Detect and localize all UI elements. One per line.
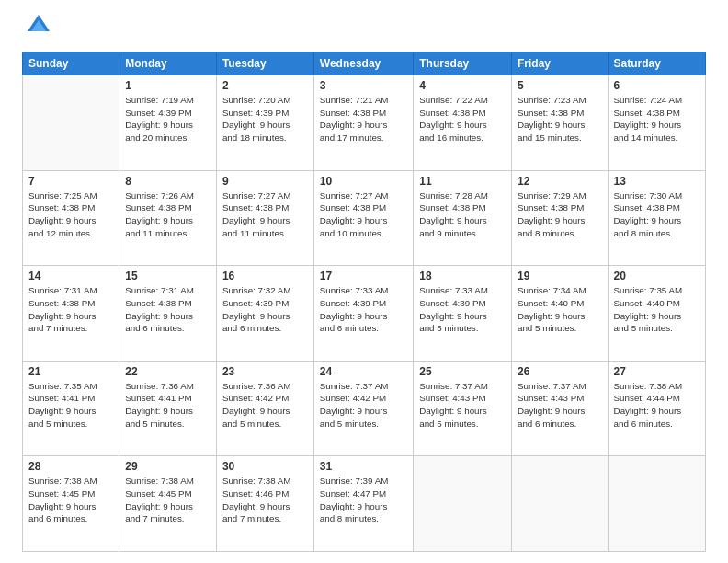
- day-info: Sunrise: 7:19 AM Sunset: 4:39 PM Dayligh…: [125, 94, 210, 144]
- day-number: 8: [125, 175, 210, 188]
- day-number: 3: [320, 79, 407, 92]
- day-number: 11: [419, 175, 506, 188]
- calendar-cell: 2Sunrise: 7:20 AM Sunset: 4:39 PM Daylig…: [216, 75, 313, 171]
- day-info: Sunrise: 7:31 AM Sunset: 4:38 PM Dayligh…: [125, 284, 210, 335]
- day-info: Sunrise: 7:36 AM Sunset: 4:41 PM Dayligh…: [125, 380, 210, 431]
- day-info: Sunrise: 7:30 AM Sunset: 4:38 PM Dayligh…: [614, 190, 700, 240]
- day-info: Sunrise: 7:23 AM Sunset: 4:38 PM Dayligh…: [518, 94, 602, 144]
- day-info: Sunrise: 7:38 AM Sunset: 4:46 PM Dayligh…: [222, 475, 308, 525]
- calendar-cell: [608, 456, 705, 552]
- day-info: Sunrise: 7:39 AM Sunset: 4:47 PM Dayligh…: [320, 475, 407, 525]
- calendar-cell: 26Sunrise: 7:37 AM Sunset: 4:43 PM Dayli…: [511, 361, 608, 456]
- day-info: Sunrise: 7:35 AM Sunset: 4:41 PM Dayligh…: [28, 380, 113, 431]
- calendar-cell: 31Sunrise: 7:39 AM Sunset: 4:47 PM Dayli…: [313, 456, 413, 552]
- day-info: Sunrise: 7:38 AM Sunset: 4:45 PM Dayligh…: [28, 475, 113, 525]
- day-info: Sunrise: 7:24 AM Sunset: 4:38 PM Dayligh…: [614, 94, 700, 144]
- day-number: 25: [419, 365, 506, 378]
- day-info: Sunrise: 7:37 AM Sunset: 4:42 PM Dayligh…: [320, 380, 407, 431]
- weekday-header: Monday: [119, 52, 217, 75]
- weekday-header-row: SundayMondayTuesdayWednesdayThursdayFrid…: [23, 52, 706, 75]
- calendar-cell: 19Sunrise: 7:34 AM Sunset: 4:40 PM Dayli…: [511, 266, 608, 362]
- week-row: 28Sunrise: 7:38 AM Sunset: 4:45 PM Dayli…: [23, 456, 706, 552]
- day-number: 9: [222, 175, 308, 188]
- calendar-cell: 22Sunrise: 7:36 AM Sunset: 4:41 PM Dayli…: [119, 361, 217, 456]
- day-number: 30: [222, 460, 308, 473]
- logo: [22, 17, 51, 42]
- day-info: Sunrise: 7:33 AM Sunset: 4:39 PM Dayligh…: [320, 284, 407, 335]
- header: [22, 17, 706, 42]
- day-number: 16: [222, 270, 308, 282]
- day-number: 29: [125, 460, 210, 473]
- day-number: 12: [518, 175, 602, 188]
- calendar-cell: 28Sunrise: 7:38 AM Sunset: 4:45 PM Dayli…: [23, 456, 119, 552]
- day-info: Sunrise: 7:20 AM Sunset: 4:39 PM Dayligh…: [222, 94, 308, 144]
- day-number: 17: [320, 270, 407, 282]
- calendar-cell: 9Sunrise: 7:27 AM Sunset: 4:38 PM Daylig…: [216, 170, 313, 266]
- day-number: 15: [125, 270, 210, 282]
- day-number: 28: [28, 460, 113, 473]
- day-number: 27: [614, 365, 700, 378]
- calendar-cell: 16Sunrise: 7:32 AM Sunset: 4:39 PM Dayli…: [216, 266, 313, 362]
- day-number: 18: [419, 270, 506, 282]
- day-number: 6: [614, 79, 700, 92]
- day-number: 23: [222, 365, 308, 378]
- week-row: 14Sunrise: 7:31 AM Sunset: 4:38 PM Dayli…: [23, 266, 706, 362]
- week-row: 7Sunrise: 7:25 AM Sunset: 4:38 PM Daylig…: [23, 170, 706, 266]
- day-info: Sunrise: 7:25 AM Sunset: 4:38 PM Dayligh…: [28, 190, 113, 240]
- calendar-table: SundayMondayTuesdayWednesdayThursdayFrid…: [22, 52, 706, 552]
- day-number: 4: [419, 79, 506, 92]
- calendar-cell: [414, 456, 512, 552]
- logo-icon: [26, 13, 51, 42]
- day-number: 2: [222, 79, 308, 92]
- day-number: 13: [614, 175, 700, 188]
- calendar-cell: 30Sunrise: 7:38 AM Sunset: 4:46 PM Dayli…: [216, 456, 313, 552]
- day-number: 22: [125, 365, 210, 378]
- calendar-cell: 5Sunrise: 7:23 AM Sunset: 4:38 PM Daylig…: [511, 75, 608, 171]
- calendar-cell: 11Sunrise: 7:28 AM Sunset: 4:38 PM Dayli…: [414, 170, 512, 266]
- day-number: 26: [518, 365, 602, 378]
- day-info: Sunrise: 7:21 AM Sunset: 4:38 PM Dayligh…: [320, 94, 407, 144]
- calendar-cell: 13Sunrise: 7:30 AM Sunset: 4:38 PM Dayli…: [608, 170, 705, 266]
- day-info: Sunrise: 7:38 AM Sunset: 4:44 PM Dayligh…: [614, 380, 700, 431]
- day-number: 31: [320, 460, 407, 473]
- calendar-cell: 18Sunrise: 7:33 AM Sunset: 4:39 PM Dayli…: [414, 266, 512, 362]
- calendar-cell: 14Sunrise: 7:31 AM Sunset: 4:38 PM Dayli…: [23, 266, 119, 362]
- day-number: 24: [320, 365, 407, 378]
- calendar-cell: 10Sunrise: 7:27 AM Sunset: 4:38 PM Dayli…: [313, 170, 413, 266]
- weekday-header: Friday: [511, 52, 608, 75]
- calendar-cell: 8Sunrise: 7:26 AM Sunset: 4:38 PM Daylig…: [119, 170, 217, 266]
- day-info: Sunrise: 7:35 AM Sunset: 4:40 PM Dayligh…: [614, 284, 700, 335]
- calendar-cell: 3Sunrise: 7:21 AM Sunset: 4:38 PM Daylig…: [313, 75, 413, 171]
- calendar-cell: 7Sunrise: 7:25 AM Sunset: 4:38 PM Daylig…: [23, 170, 119, 266]
- calendar-cell: 24Sunrise: 7:37 AM Sunset: 4:42 PM Dayli…: [313, 361, 413, 456]
- day-number: 1: [125, 79, 210, 92]
- calendar-cell: 29Sunrise: 7:38 AM Sunset: 4:45 PM Dayli…: [119, 456, 217, 552]
- day-number: 7: [28, 175, 113, 188]
- weekday-header: Thursday: [414, 52, 512, 75]
- day-info: Sunrise: 7:37 AM Sunset: 4:43 PM Dayligh…: [419, 380, 506, 431]
- weekday-header: Sunday: [23, 52, 119, 75]
- day-info: Sunrise: 7:28 AM Sunset: 4:38 PM Dayligh…: [419, 190, 506, 240]
- day-info: Sunrise: 7:34 AM Sunset: 4:40 PM Dayligh…: [518, 284, 602, 335]
- page: SundayMondayTuesdayWednesdayThursdayFrid…: [0, 0, 728, 563]
- day-info: Sunrise: 7:33 AM Sunset: 4:39 PM Dayligh…: [419, 284, 506, 335]
- calendar-cell: 23Sunrise: 7:36 AM Sunset: 4:42 PM Dayli…: [216, 361, 313, 456]
- calendar-cell: 4Sunrise: 7:22 AM Sunset: 4:38 PM Daylig…: [414, 75, 512, 171]
- day-info: Sunrise: 7:27 AM Sunset: 4:38 PM Dayligh…: [222, 190, 308, 240]
- day-info: Sunrise: 7:29 AM Sunset: 4:38 PM Dayligh…: [518, 190, 602, 240]
- day-number: 21: [28, 365, 113, 378]
- weekday-header: Wednesday: [313, 52, 413, 75]
- day-info: Sunrise: 7:31 AM Sunset: 4:38 PM Dayligh…: [28, 284, 113, 335]
- calendar-cell: 17Sunrise: 7:33 AM Sunset: 4:39 PM Dayli…: [313, 266, 413, 362]
- calendar-cell: [511, 456, 608, 552]
- calendar-cell: 6Sunrise: 7:24 AM Sunset: 4:38 PM Daylig…: [608, 75, 705, 171]
- day-info: Sunrise: 7:38 AM Sunset: 4:45 PM Dayligh…: [125, 475, 210, 525]
- day-info: Sunrise: 7:36 AM Sunset: 4:42 PM Dayligh…: [222, 380, 308, 431]
- calendar-cell: 20Sunrise: 7:35 AM Sunset: 4:40 PM Dayli…: [608, 266, 705, 362]
- week-row: 1Sunrise: 7:19 AM Sunset: 4:39 PM Daylig…: [23, 75, 706, 171]
- day-number: 5: [518, 79, 602, 92]
- day-info: Sunrise: 7:37 AM Sunset: 4:43 PM Dayligh…: [518, 380, 602, 431]
- day-info: Sunrise: 7:27 AM Sunset: 4:38 PM Dayligh…: [320, 190, 407, 240]
- week-row: 21Sunrise: 7:35 AM Sunset: 4:41 PM Dayli…: [23, 361, 706, 456]
- calendar-cell: 12Sunrise: 7:29 AM Sunset: 4:38 PM Dayli…: [511, 170, 608, 266]
